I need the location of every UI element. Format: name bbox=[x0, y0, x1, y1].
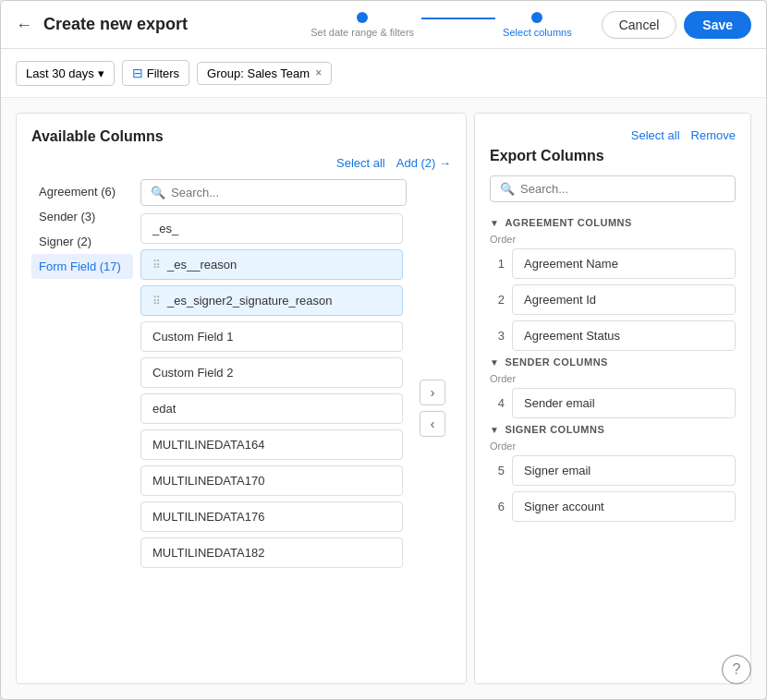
transfer-buttons: › ‹ bbox=[414, 179, 451, 636]
chevron-signer-icon: ▼ bbox=[490, 425, 499, 435]
step-1: Set date range & filters bbox=[310, 12, 414, 38]
column-item-multi182[interactable]: MULTILINEDATA182 bbox=[140, 537, 403, 568]
signer-columns-header: ▼ SIGNER COLUMNS bbox=[490, 424, 736, 435]
chevron-sender-icon: ▼ bbox=[490, 357, 499, 368]
step-2: Select columns bbox=[503, 12, 572, 38]
export-columns-list: ▼ AGREEMENT COLUMNS Order 1 Agreement Na… bbox=[490, 213, 736, 669]
column-item-multi170[interactable]: MULTILINEDATA170 bbox=[140, 465, 403, 496]
select-all-export[interactable]: Select all bbox=[631, 128, 680, 142]
export-col-agreement-id[interactable]: Agreement Id bbox=[512, 284, 736, 315]
export-search-box[interactable]: 🔍 bbox=[490, 175, 736, 202]
category-sender[interactable]: Sender (3) bbox=[31, 204, 133, 229]
save-button[interactable]: Save bbox=[684, 11, 751, 39]
export-item-2: 2 Agreement Id bbox=[490, 284, 736, 315]
transfer-left-button[interactable]: ‹ bbox=[420, 411, 445, 437]
export-search-input[interactable] bbox=[520, 182, 725, 196]
category-agreement[interactable]: Agreement (6) bbox=[31, 179, 133, 204]
add-columns-button[interactable]: Add (2) → bbox=[396, 156, 451, 170]
step-line bbox=[421, 18, 495, 19]
step-1-dot bbox=[357, 12, 368, 23]
page-title: Create new export bbox=[43, 15, 188, 34]
drag-handle-icon: ⠿ bbox=[152, 295, 160, 308]
select-all-available[interactable]: Select all bbox=[336, 156, 385, 170]
remove-export[interactable]: Remove bbox=[691, 128, 736, 142]
export-item-4: 4 Sender email bbox=[490, 388, 736, 418]
column-item-edat[interactable]: edat bbox=[140, 393, 403, 424]
group-tag: Group: Sales Team × bbox=[197, 62, 332, 85]
date-range-dropdown[interactable]: Last 30 days ▾ bbox=[16, 61, 115, 86]
step-2-dot bbox=[531, 12, 542, 23]
available-body: Agreement (6) Sender (3) Signer (2) Form… bbox=[31, 179, 451, 636]
transfer-right-button[interactable]: › bbox=[420, 380, 445, 405]
export-item-6: 6 Signer account bbox=[490, 491, 736, 522]
panel-actions: Select all Add (2) → bbox=[31, 156, 451, 170]
header-actions: Cancel Save bbox=[602, 11, 751, 39]
export-col-signer-email[interactable]: Signer email bbox=[512, 455, 736, 486]
chevron-down-icon: ▾ bbox=[98, 66, 104, 80]
category-list: Agreement (6) Sender (3) Signer (2) Form… bbox=[31, 179, 133, 636]
column-item-custom2[interactable]: Custom Field 2 bbox=[140, 357, 403, 388]
tag-close-icon[interactable]: × bbox=[315, 66, 322, 79]
export-col-sender-email[interactable]: Sender email bbox=[512, 388, 736, 418]
export-columns-panel: Select all Remove Export Columns 🔍 ▼ AGR… bbox=[474, 113, 751, 684]
header: ← Create new export Set date range & fil… bbox=[1, 1, 766, 49]
category-form-field[interactable]: Form Field (17) bbox=[31, 254, 133, 279]
column-items-list: _es_ ⠿ _es__reason ⠿ _es_signer2_signatu… bbox=[140, 213, 407, 636]
chevron-agreement-icon: ▼ bbox=[490, 218, 499, 228]
column-item-signer2-reason[interactable]: ⠿ _es_signer2_signature_reason bbox=[140, 285, 403, 316]
back-button[interactable]: ← bbox=[16, 17, 32, 33]
sender-columns-header: ▼ SENDER COLUMNS bbox=[490, 356, 736, 368]
signer-order-label: Order bbox=[490, 441, 736, 452]
export-columns-title: Export Columns bbox=[490, 148, 736, 164]
main-content: Available Columns Select all Add (2) → A… bbox=[1, 98, 766, 699]
column-item-custom1[interactable]: Custom Field 1 bbox=[140, 321, 403, 352]
export-col-signer-account[interactable]: Signer account bbox=[512, 491, 736, 522]
available-columns-title: Available Columns bbox=[31, 128, 451, 145]
filter-icon: ⊟ bbox=[132, 66, 143, 80]
category-signer[interactable]: Signer (2) bbox=[31, 229, 133, 254]
available-search-input[interactable] bbox=[171, 186, 396, 199]
help-button[interactable]: ? bbox=[722, 655, 751, 684]
toolbar: Last 30 days ▾ ⊟ Filters Group: Sales Te… bbox=[1, 49, 766, 98]
export-item-3: 3 Agreement Status bbox=[490, 320, 736, 351]
column-item-es[interactable]: _es_ bbox=[140, 213, 403, 244]
available-columns-panel: Available Columns Select all Add (2) → A… bbox=[16, 113, 467, 684]
available-search-box[interactable]: 🔍 bbox=[140, 179, 407, 206]
export-item-1: 1 Agreement Name bbox=[490, 248, 736, 279]
right-panel-header: Select all Remove bbox=[490, 128, 736, 142]
column-item-multi164[interactable]: MULTILINEDATA164 bbox=[140, 429, 403, 460]
stepper: Set date range & filters Select columns bbox=[310, 12, 572, 38]
export-col-agreement-name[interactable]: Agreement Name bbox=[512, 248, 736, 279]
agreement-order-label: Order bbox=[490, 234, 736, 245]
cancel-button[interactable]: Cancel bbox=[602, 11, 677, 39]
drag-handle-icon: ⠿ bbox=[152, 259, 160, 272]
column-item-multi176[interactable]: MULTILINEDATA176 bbox=[140, 501, 403, 532]
search-icon: 🔍 bbox=[500, 182, 515, 196]
column-item-es-reason[interactable]: ⠿ _es__reason bbox=[140, 249, 403, 280]
agreement-columns-header: ▼ AGREEMENT COLUMNS bbox=[490, 217, 736, 228]
columns-area: 🔍 _es_ ⠿ _es__reason ⠿ _es_si bbox=[140, 179, 407, 636]
export-col-agreement-status[interactable]: Agreement Status bbox=[512, 320, 736, 351]
export-item-5: 5 Signer email bbox=[490, 455, 736, 486]
search-icon: 🔍 bbox=[151, 186, 165, 199]
filters-button[interactable]: ⊟ Filters bbox=[122, 60, 189, 86]
sender-order-label: Order bbox=[490, 373, 736, 384]
